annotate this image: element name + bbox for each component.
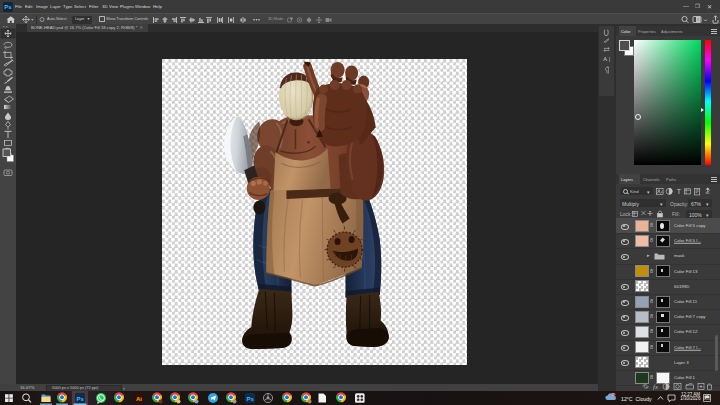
svg-text:fx: fx xyxy=(653,383,659,391)
svg-text:1: 1 xyxy=(612,393,614,397)
svg-text:T: T xyxy=(677,188,682,195)
svg-text:Ai: Ai xyxy=(136,396,142,402)
svg-text:Ps: Ps xyxy=(77,396,85,402)
svg-text:Ps: Ps xyxy=(247,396,255,402)
svg-text:A: A xyxy=(603,56,607,62)
